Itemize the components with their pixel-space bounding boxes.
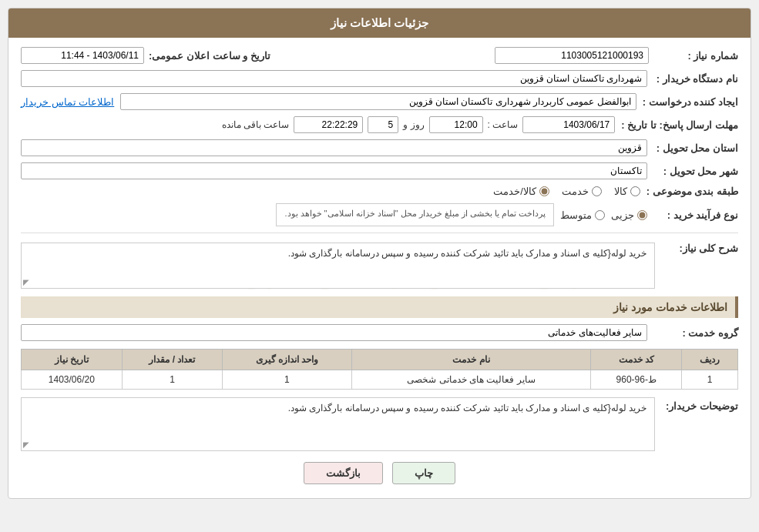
mohlat-label: مهلت ارسال پاسخ: تا تاریخ : <box>621 119 738 131</box>
page-title: جزئیات اطلاعات نیاز <box>8 8 751 38</box>
ostan-tahvil-label: استان محل تحویل : <box>653 142 738 154</box>
cell-naam-khadamat: سایر فعالیت های خدماتی شخصی <box>351 370 591 390</box>
tabaqeh-kala-option[interactable]: کالا <box>614 186 640 197</box>
tosihaat-box: خرید لوله{کلیه ی اسناد و مدارک باید تائی… <box>21 397 655 451</box>
action-buttons-area: چاپ بازگشت <box>21 462 738 484</box>
ostan-tahvil-input[interactable] <box>21 139 647 156</box>
mohlat-baqi-input[interactable] <box>294 116 363 133</box>
noeparavand-motevaset-label: متوسط <box>560 209 592 221</box>
tabaqeh-khadamat-label: خدمت <box>562 186 589 197</box>
mohlat-baqi-label: ساعت باقی مانده <box>222 119 290 130</box>
noeparavand-label: نوع فرآیند خرید : <box>653 209 738 221</box>
ijad-konande-label: ایجاد کننده درخواست : <box>643 96 738 108</box>
noeparavand-notice: پرداخت تمام یا بخشی از مبلغ خریدار محل "… <box>276 203 554 226</box>
col-vahed: واحد اندازه گیری <box>223 350 351 370</box>
mohlat-date-input[interactable] <box>522 116 615 133</box>
tabaqeh-label: طبقه بندی موضوعی : <box>646 186 738 197</box>
print-button[interactable]: چاپ <box>392 462 455 484</box>
contact-info-link[interactable]: اطلاعات تماس خریدار <box>21 96 114 108</box>
tarikh-input[interactable] <box>21 47 144 64</box>
mohlat-saat-input[interactable] <box>429 116 483 133</box>
cell-radif: 1 <box>682 370 738 390</box>
shomara-niaz-input[interactable] <box>495 47 649 64</box>
goroh-khadamat-input[interactable] <box>21 324 647 341</box>
mohlat-roz-label: روز و <box>403 119 424 130</box>
khadamat-section-title: اطلاعات خدمات مورد نیاز <box>21 296 738 318</box>
naam-dastgah-label: نام دستگاه خریدار : <box>653 73 738 85</box>
noeparavand-jozii-label: جزیی <box>611 209 634 221</box>
sharh-niaz-label: شرح کلی نیاز: <box>661 239 738 254</box>
back-button[interactable]: بازگشت <box>304 462 383 484</box>
tabaqeh-kala-khadamat-label: کالا/خدمت <box>493 186 536 197</box>
col-tedad: تعداد / مقدار <box>122 350 223 370</box>
services-table-section: ردیف کد خدمت نام خدمت واحد اندازه گیری ت… <box>21 349 738 390</box>
cell-tedad: 1 <box>122 370 223 390</box>
noeparavand-jozii-option[interactable]: جزیی <box>611 209 647 221</box>
tabaqeh-kala-label: کالا <box>614 186 627 197</box>
table-row: 1 ط-96-960 سایر فعالیت های خدماتی شخصی 1… <box>22 370 738 390</box>
goroh-khadamat-label: گروه خدمت : <box>653 327 738 339</box>
tabaqeh-kala-khadamat-option[interactable]: کالا/خدمت <box>493 186 549 197</box>
tosihaat-label: توضیحات خریدار: <box>661 397 738 412</box>
mohlat-roz-input[interactable] <box>368 116 398 133</box>
cell-vahed: 1 <box>223 370 351 390</box>
col-naam-khadamat: نام خدمت <box>351 350 591 370</box>
naam-dastgah-input[interactable] <box>21 70 647 87</box>
shahr-tahvil-input[interactable] <box>21 162 647 179</box>
services-table: ردیف کد خدمت نام خدمت واحد اندازه گیری ت… <box>21 349 738 390</box>
shahr-tahvil-label: شهر محل تحویل : <box>653 166 738 177</box>
noeparavand-motevaset-option[interactable]: متوسط <box>560 209 605 221</box>
shomara-niaz-label: شماره نیاز : <box>653 50 738 62</box>
cell-tarikh: 1403/06/20 <box>22 370 123 390</box>
ijad-konande-input[interactable] <box>120 93 636 110</box>
col-tarikh: تاریخ نیاز <box>22 350 123 370</box>
col-radif: ردیف <box>682 350 738 370</box>
tabaqeh-khadamat-option[interactable]: خدمت <box>562 186 602 197</box>
mohlat-saat-label: ساعت : <box>488 119 519 130</box>
tarikh-label: تاریخ و ساعت اعلان عمومی: <box>149 50 270 62</box>
col-kod-khadamat: کد خدمت <box>591 350 682 370</box>
sharh-niaz-box: خرید لوله{کلیه ی اسناد و مدارک باید تائی… <box>21 243 655 289</box>
cell-kod-khadamat: ط-96-960 <box>591 370 682 390</box>
